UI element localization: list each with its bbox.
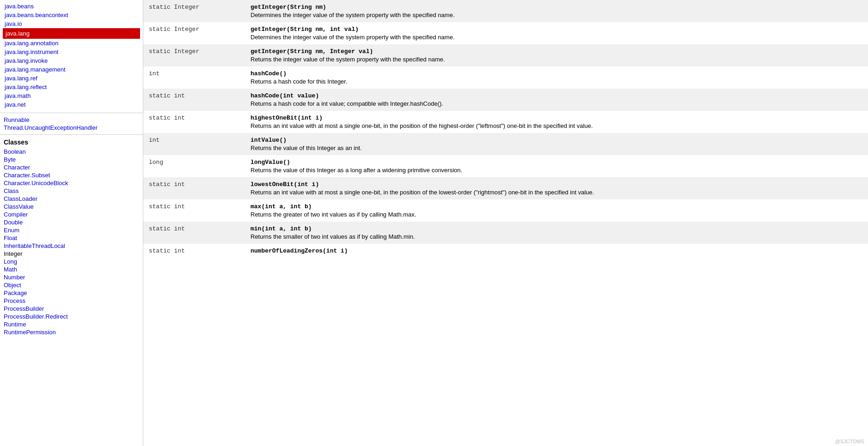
sidebar-class-item[interactable]: Class xyxy=(4,187,139,195)
sidebar-package-item[interactable]: java.lang.reflect xyxy=(3,83,140,91)
sidebar-package-item[interactable]: java.lang.invoke xyxy=(3,56,140,65)
sidebar-package-item[interactable]: java.beans xyxy=(3,2,140,11)
method-modifier: static Integer xyxy=(143,44,245,66)
main-content: static IntegergetInteger(String nm)Deter… xyxy=(143,0,868,446)
method-name: numberOfLeadingZeros(int i) xyxy=(251,247,862,254)
method-detail: getInteger(String nm, int val)Determines… xyxy=(245,22,868,44)
table-row: static IntegergetInteger(String nm, int … xyxy=(143,22,868,44)
method-desc: Returns the integer value of the system … xyxy=(251,56,862,63)
method-modifier: static int xyxy=(143,244,245,258)
method-modifier: static int xyxy=(143,111,245,133)
method-detail: longValue()Returns the value of this Int… xyxy=(245,155,868,177)
sidebar-class-item[interactable]: Package xyxy=(4,289,139,297)
method-desc: Determines the integer value of the syst… xyxy=(251,12,862,18)
sidebar-class-item[interactable]: RuntimePermission xyxy=(4,328,139,336)
sidebar-package-item[interactable]: java.io xyxy=(3,19,140,28)
sidebar-package-item[interactable]: java.beans.beancontext xyxy=(3,11,140,19)
watermark: @SJCTOMS xyxy=(835,439,864,444)
sidebar-class-item[interactable]: ProcessBuilder xyxy=(4,305,139,313)
sidebar-class-item[interactable]: Object xyxy=(4,281,139,289)
sidebar-package-item[interactable]: java.lang.ref xyxy=(3,74,140,83)
method-name: highestOneBit(int i) xyxy=(251,115,862,121)
method-name: longValue() xyxy=(251,159,862,166)
sidebar-class-item[interactable]: Byte xyxy=(4,156,139,163)
sidebar-class-item[interactable]: ProcessBuilder.Redirect xyxy=(4,313,139,320)
sidebar-class-item[interactable]: Integer xyxy=(4,250,139,258)
method-modifier: static int xyxy=(143,177,245,199)
table-row: static intlowestOneBit(int i)Returns an … xyxy=(143,177,868,199)
table-row: static intnumberOfLeadingZeros(int i) xyxy=(143,244,868,258)
method-desc: Returns the smaller of two int values as… xyxy=(251,233,862,240)
method-detail: highestOneBit(int i)Returns an int value… xyxy=(245,111,868,133)
sidebar-class-item[interactable]: Math xyxy=(4,265,139,273)
sidebar-package-item[interactable]: java.lang xyxy=(3,28,140,39)
table-row: inthashCode()Returns a hash code for thi… xyxy=(143,66,868,89)
sidebar-class-item[interactable]: ClassLoader xyxy=(4,195,139,203)
sidebar-class-item[interactable]: ClassValue xyxy=(4,203,139,211)
table-row: static intmax(int a, int b)Returns the g… xyxy=(143,199,868,222)
sidebar-class-item[interactable]: Boolean xyxy=(4,148,139,156)
classes-section: BooleanByteCharacterCharacter.SubsetChar… xyxy=(0,147,143,337)
table-row: intintValue()Returns the value of this I… xyxy=(143,133,868,155)
method-detail: lowestOneBit(int i)Returns an int value … xyxy=(245,177,868,199)
method-desc: Returns an int value with at most a sing… xyxy=(251,189,862,196)
sidebar-class-item[interactable]: InheritableThreadLocal xyxy=(4,242,139,250)
table-row: static intmin(int a, int b)Returns the s… xyxy=(143,222,868,244)
sidebar-interface-item[interactable]: Runnable xyxy=(4,116,139,124)
interfaces-section: RunnableThread.UncaughtExceptionHandler xyxy=(0,115,143,133)
sidebar-package-item[interactable]: java.lang.instrument xyxy=(3,48,140,56)
classes-section-title: Classes xyxy=(0,137,143,147)
method-table: static IntegergetInteger(String nm)Deter… xyxy=(143,0,868,258)
method-name: hashCode(int value) xyxy=(251,92,862,99)
sidebar: java.beansjava.beans.beancontextjava.ioj… xyxy=(0,0,143,446)
method-modifier: long xyxy=(143,155,245,177)
table-row: longlongValue()Returns the value of this… xyxy=(143,155,868,177)
sidebar-class-item[interactable]: Runtime xyxy=(4,320,139,328)
sidebar-package-item[interactable]: java.lang.annotation xyxy=(3,39,140,48)
method-name: max(int a, int b) xyxy=(251,203,862,210)
sidebar-package-item[interactable]: java.math xyxy=(3,91,140,100)
sidebar-class-item[interactable]: Double xyxy=(4,218,139,226)
method-detail: hashCode()Returns a hash code for this I… xyxy=(245,66,868,89)
sidebar-class-item[interactable]: Float xyxy=(4,234,139,242)
method-desc: Returns the greater of two int values as… xyxy=(251,211,862,218)
sidebar-class-item[interactable]: Process xyxy=(4,297,139,305)
sidebar-class-item[interactable]: Character.UnicodeBlock xyxy=(4,179,139,187)
method-desc: Returns an int value with at most a sing… xyxy=(251,122,862,129)
method-modifier: static int xyxy=(143,89,245,111)
method-modifier: static int xyxy=(143,222,245,244)
method-modifier: static Integer xyxy=(143,0,245,22)
method-desc: Determines the integer value of the syst… xyxy=(251,34,862,41)
table-row: static inthashCode(int value)Returns a h… xyxy=(143,89,868,111)
sidebar-package-item[interactable]: java.net xyxy=(3,100,140,109)
method-desc: Returns a hash code for this Integer. xyxy=(251,78,862,85)
method-desc: Returns a hash code for a int value; com… xyxy=(251,100,862,107)
sidebar-interface-item[interactable]: Thread.UncaughtExceptionHandler xyxy=(4,124,139,132)
method-name: getInteger(String nm, Integer val) xyxy=(251,48,862,55)
sidebar-package-item[interactable]: java.lang.management xyxy=(3,65,140,74)
sidebar-class-item[interactable]: Number xyxy=(4,273,139,281)
method-modifier: static int xyxy=(143,199,245,222)
method-detail: max(int a, int b)Returns the greater of … xyxy=(245,199,868,222)
sidebar-class-item[interactable]: Character xyxy=(4,163,139,171)
method-detail: numberOfLeadingZeros(int i) xyxy=(245,244,868,258)
sidebar-divider-1 xyxy=(0,113,143,113)
method-modifier: static Integer xyxy=(143,22,245,44)
method-name: lowestOneBit(int i) xyxy=(251,181,862,188)
sidebar-class-item[interactable]: Compiler xyxy=(4,211,139,218)
package-list: java.beansjava.beans.beancontextjava.ioj… xyxy=(0,2,143,109)
method-name: min(int a, int b) xyxy=(251,225,862,232)
table-row: static IntegergetInteger(String nm)Deter… xyxy=(143,0,868,22)
method-name: hashCode() xyxy=(251,70,862,77)
sidebar-class-item[interactable]: Character.Subset xyxy=(4,171,139,179)
method-desc: Returns the value of this Integer as an … xyxy=(251,145,862,151)
table-row: static inthighestOneBit(int i)Returns an… xyxy=(143,111,868,133)
sidebar-class-item[interactable]: Long xyxy=(4,258,139,265)
method-detail: getInteger(String nm, Integer val)Return… xyxy=(245,44,868,66)
method-modifier: int xyxy=(143,66,245,89)
method-name: intValue() xyxy=(251,137,862,144)
method-detail: hashCode(int value)Returns a hash code f… xyxy=(245,89,868,111)
table-row: static IntegergetInteger(String nm, Inte… xyxy=(143,44,868,66)
sidebar-class-item[interactable]: Enum xyxy=(4,226,139,234)
sidebar-divider-2 xyxy=(0,134,143,135)
